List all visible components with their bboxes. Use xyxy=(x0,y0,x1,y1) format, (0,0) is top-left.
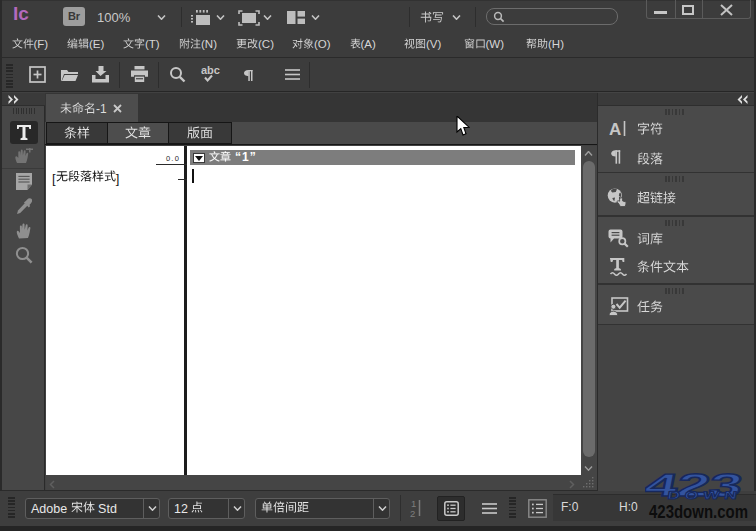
svg-text:423down.com: 423down.com xyxy=(649,501,748,523)
svg-text:DOWN: DOWN xyxy=(666,490,741,502)
svg-text:abc: abc xyxy=(201,64,220,76)
svg-text:2: 2 xyxy=(410,508,415,519)
svg-text:A: A xyxy=(609,120,621,137)
